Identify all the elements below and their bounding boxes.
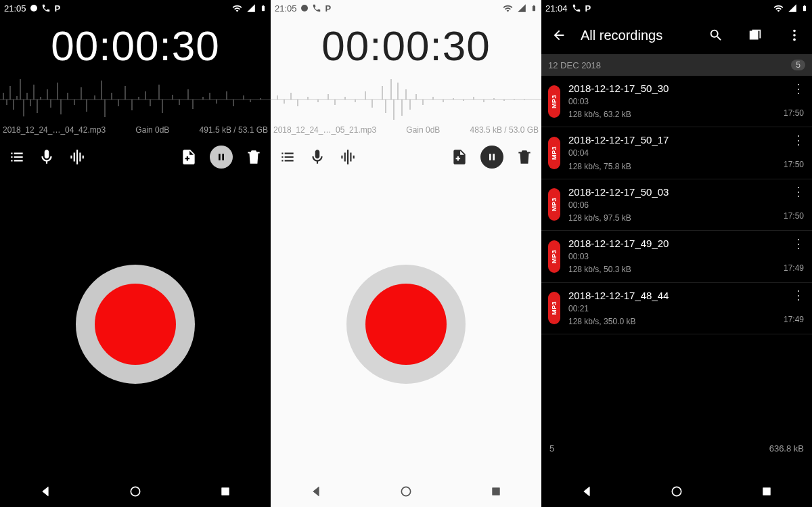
recording-item-details: 128 kb/s, 63.2 kB	[568, 109, 775, 120]
status-bar: 21:04 P	[541, 0, 812, 16]
nav-back-button[interactable]	[38, 484, 53, 499]
recorder-toolbar	[271, 139, 541, 173]
app-bar: All recordings	[541, 16, 812, 54]
back-arrow-icon[interactable]	[551, 27, 567, 43]
record-button[interactable]	[76, 265, 195, 384]
recording-item-main: 2018-12-12-17_49_2000:03128 kb/s, 50.3 k…	[568, 238, 775, 275]
list-icon[interactable]	[279, 148, 296, 166]
summary-count: 5	[549, 443, 554, 454]
recording-item-more-icon[interactable]: ⋮	[792, 240, 804, 247]
status-time: 21:04	[545, 3, 568, 14]
recording-item[interactable]: MP32018-12-12-17_48_4400:21128 kb/s, 350…	[541, 283, 812, 334]
format-badge-label: MP3	[551, 250, 558, 263]
svg-point-4	[401, 487, 410, 495]
format-badge-label: MP3	[551, 301, 558, 315]
delete-icon[interactable]	[516, 148, 533, 166]
svg-rect-5	[493, 488, 500, 495]
nav-recent-button[interactable]	[759, 484, 774, 499]
recording-item[interactable]: MP32018-12-12-17_50_1700:04128 kb/s, 75.…	[541, 127, 812, 179]
recording-item-title: 2018-12-12-17_50_03	[568, 186, 775, 198]
recording-item-main: 2018-12-12-17_48_4400:21128 kb/s, 350.0 …	[568, 290, 775, 327]
screen-recordings-list: 21:04 P All recordings 12 DEC 2018 5 MP3…	[541, 0, 812, 507]
record-button[interactable]	[346, 265, 466, 384]
svg-point-7	[793, 34, 796, 37]
nav-home-button[interactable]	[399, 484, 413, 499]
android-nav-bar	[0, 476, 271, 507]
recording-item[interactable]: MP32018-12-12-17_50_3000:03128 kb/s, 63.…	[541, 76, 812, 127]
date-header-count: 5	[791, 60, 805, 70]
recording-meta-row: 2018_12_24_…_04_42.mp3 Gain 0dB 491.5 kB…	[0, 125, 271, 135]
p-indicator-icon: P	[585, 3, 591, 14]
android-nav-bar	[541, 476, 812, 507]
wifi-icon	[773, 3, 784, 14]
recording-filename: 2018_12_24_…_05_21.mp3	[273, 125, 376, 135]
record-area	[0, 173, 271, 476]
format-badge-label: MP3	[551, 95, 558, 108]
new-file-icon[interactable]	[451, 148, 468, 166]
recording-item[interactable]: MP32018-12-12-17_49_2000:03128 kb/s, 50.…	[541, 231, 812, 282]
nav-recent-button[interactable]	[489, 484, 503, 499]
delete-icon[interactable]	[245, 148, 263, 166]
recording-timer: 00:00:30	[0, 22, 271, 70]
nav-home-button[interactable]	[669, 484, 684, 499]
pause-button[interactable]	[210, 146, 233, 169]
date-header-label: 12 DEC 2018	[548, 60, 601, 70]
nav-back-button[interactable]	[579, 484, 594, 499]
recording-item[interactable]: MP32018-12-12-17_50_0300:06128 kb/s, 97.…	[541, 179, 812, 231]
recording-item-details: 128 kb/s, 350.0 kB	[568, 316, 775, 327]
screen-recorder-dark: 21:05 P 00:00:30 2018_12_24_…_04_42.mp3 …	[0, 0, 271, 507]
pause-button[interactable]	[480, 146, 503, 169]
recording-size-info: 491.5 kB / 53.1 GB	[200, 125, 268, 135]
equalizer-icon[interactable]	[338, 148, 356, 166]
recording-item-details: 128 kb/s, 50.3 kB	[568, 264, 775, 275]
signal-icon	[788, 3, 797, 13]
summary-size: 636.8 kB	[769, 443, 804, 454]
phone-icon	[312, 3, 321, 13]
nav-home-button[interactable]	[128, 484, 143, 499]
filter-icon[interactable]	[747, 27, 763, 43]
more-vert-icon[interactable]	[786, 27, 803, 43]
status-bar: 21:05 P	[271, 0, 541, 16]
recording-item-more-icon[interactable]: ⋮	[792, 137, 804, 144]
recording-item-title: 2018-12-12-17_50_17	[568, 134, 775, 146]
recording-item-main: 2018-12-12-17_50_0300:06128 kb/s, 97.5 k…	[568, 186, 775, 223]
recording-item-main: 2018-12-12-17_50_3000:03128 kb/s, 63.2 k…	[568, 83, 775, 120]
list-icon[interactable]	[8, 148, 26, 166]
mic-icon[interactable]	[309, 148, 326, 166]
wifi-icon	[232, 3, 242, 14]
recording-filename: 2018_12_24_…_04_42.mp3	[3, 125, 106, 135]
equalizer-icon[interactable]	[68, 148, 85, 166]
format-badge: MP3	[548, 188, 560, 221]
svg-rect-10	[763, 488, 771, 495]
recording-item-details: 128 kb/s, 97.5 kB	[568, 213, 775, 223]
recording-size-info: 483.5 kB / 53.0 GB	[470, 125, 539, 135]
svg-point-1	[131, 487, 139, 495]
p-indicator-icon: P	[55, 3, 61, 14]
recording-item-more-icon[interactable]: ⋮	[792, 188, 804, 195]
screen-recorder-light: 21:05 P 00:00:30 2018_12_24_…_05_21.mp3 …	[271, 0, 541, 507]
recording-item-duration: 00:21	[568, 303, 775, 314]
recording-item-main: 2018-12-12-17_50_1700:04128 kb/s, 75.8 k…	[568, 134, 775, 171]
notification-dot-icon	[30, 5, 37, 12]
recording-item-more-icon[interactable]: ⋮	[792, 292, 804, 299]
svg-rect-2	[222, 488, 229, 495]
waveform-display	[0, 72, 271, 127]
status-bar: 21:05 P	[0, 0, 271, 16]
nav-back-button[interactable]	[309, 484, 323, 499]
battery-icon	[801, 3, 808, 14]
p-indicator-icon: P	[325, 3, 332, 14]
search-icon[interactable]	[708, 27, 724, 43]
mic-icon[interactable]	[38, 148, 55, 166]
record-area	[271, 173, 541, 476]
recording-item-more-icon[interactable]: ⋮	[792, 85, 804, 92]
format-badge: MP3	[548, 137, 560, 169]
format-badge: MP3	[548, 85, 560, 118]
svg-point-8	[793, 39, 796, 41]
recording-item-time: 17:50	[784, 160, 804, 169]
recording-item-duration: 00:03	[568, 251, 775, 262]
date-section-header: 12 DEC 2018 5	[541, 54, 812, 76]
new-file-icon[interactable]	[180, 148, 198, 166]
recording-meta-row: 2018_12_24_…_05_21.mp3 Gain 0dB 483.5 kB…	[271, 125, 541, 135]
recording-item-time: 17:50	[784, 108, 804, 118]
nav-recent-button[interactable]	[218, 484, 233, 499]
